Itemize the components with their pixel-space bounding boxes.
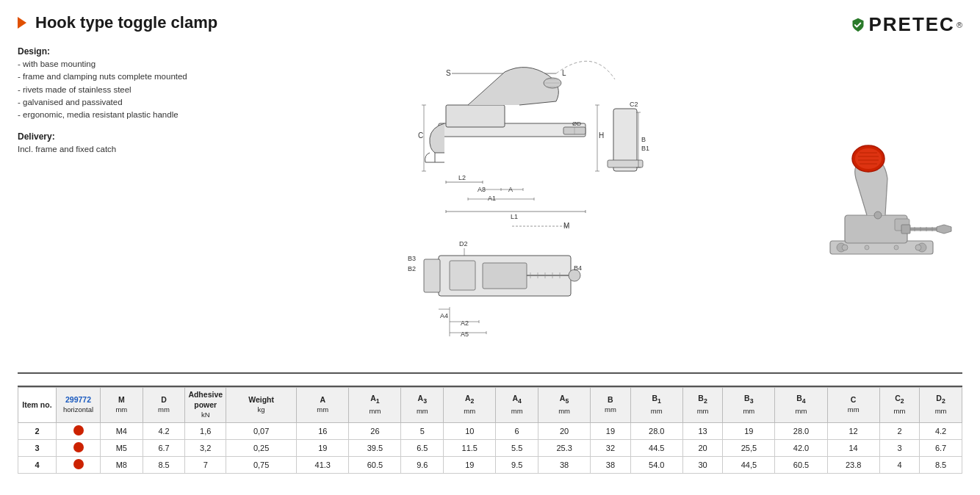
triangle-icon [18,17,26,29]
table-cell: 0,75 [226,456,297,473]
drawing-bottom-view: M D2 B3 [380,215,659,362]
availability-dot [73,442,84,452]
col-header-c: Cmm [827,388,879,423]
svg-text:B3: B3 [408,255,416,262]
table-cell: 60.5 [775,456,827,473]
svg-point-97 [865,245,869,250]
table-cell: 2 [879,422,919,439]
table-cell: 32 [591,439,630,456]
table-cell: 19 [591,422,630,439]
svg-rect-52 [483,263,527,289]
col-header-b3: B3mm [723,388,775,423]
delivery-label: Delivery: [18,131,223,142]
table-header: Item no. 299772 horizontal Mmm Dmm Adhes… [18,388,962,423]
col-header-adhesive: AdhesivepowerkN [185,388,226,423]
table-cell: M5 [101,439,143,456]
svg-text:B1: B1 [641,145,649,152]
pretec-logo-icon [851,18,865,32]
table-cell: 13 [682,422,722,439]
svg-text:C2: C2 [630,101,638,108]
table-cell: 6.5 [401,439,444,456]
table-row: 3M56.73,20,251939.56.511.55.525.33244.52… [18,439,962,456]
table-cell: 19 [444,456,496,473]
svg-point-96 [842,245,848,250]
table-cell: 4 [18,456,57,473]
table-cell: 4.2 [143,422,185,439]
col-header-a4: A4mm [496,388,538,423]
table-cell: 19 [297,439,349,456]
col-header-c2: C2mm [879,388,919,423]
table-cell [57,456,101,473]
table-cell: M8 [101,456,143,473]
design-item-2: frame and clamping nuts complete mounted [18,71,223,83]
table-cell: 19 [723,422,775,439]
svg-point-88 [855,148,882,169]
col-header-a2: A2mm [444,388,496,423]
table-cell: 20 [682,439,722,456]
svg-text:ØD: ØD [572,120,581,127]
svg-rect-4 [446,105,505,127]
drawing-top-view: S L [365,39,674,230]
svg-text:S: S [446,69,451,77]
col-header-a3: A3mm [401,388,444,423]
table-cell: 28.0 [775,422,827,439]
svg-text:B4: B4 [574,264,582,272]
table-cell: 6.7 [920,439,962,456]
table-cell: 28.0 [630,422,682,439]
col-header-a5: A5mm [538,388,591,423]
table-cell: 42.0 [775,439,827,456]
availability-dot [73,459,84,469]
design-item-1: with base mounting [18,58,223,71]
table-cell: 11.5 [444,439,496,456]
col-header-a1: A1mm [349,388,401,423]
col-header-299772: 299772 horizontal [57,388,101,423]
logo-area: PRETEC® [851,13,962,36]
svg-rect-51 [450,261,475,290]
svg-text:A2: A2 [461,319,469,327]
table-cell: 44.5 [630,439,682,456]
table-cell: 60.5 [349,456,401,473]
svg-text:B2: B2 [408,265,416,272]
table-cell: 12 [827,422,879,439]
table-cell: 0,07 [226,422,297,439]
design-item-5: ergonomic, media resistant plastic handl… [18,109,223,121]
table-cell: 10 [444,422,496,439]
table-cell: 5.5 [496,439,538,456]
svg-rect-60 [424,259,440,292]
table-cell: 41.3 [297,456,349,473]
svg-text:A5: A5 [461,330,469,338]
table-cell: 38 [591,456,630,473]
svg-marker-86 [937,225,951,234]
table-cell: 1,6 [185,422,226,439]
drawings-area: S L [238,46,801,362]
specs-table: Item no. 299772 horizontal Mmm Dmm Adhes… [18,387,962,474]
table-cell: 3 [18,439,57,456]
table-cell: 39.5 [349,439,401,456]
table-cell: 25.3 [538,439,591,456]
table-cell: 23.8 [827,456,879,473]
page: Hook type toggle clamp PRETEC® Design: w… [0,0,980,495]
design-label: Design: [18,46,223,57]
table-body: 2M44.21,60,0716265106201928.0131928.0122… [18,422,962,473]
svg-text:A1: A1 [488,195,496,202]
svg-text:M: M [563,222,569,230]
svg-text:B: B [641,136,646,143]
table-cell: 6.7 [143,439,185,456]
col-header-m: Mmm [101,388,143,423]
table-cell: 0,25 [226,439,297,456]
logo-text: PRETEC [868,13,954,36]
table-cell: 2 [18,422,57,439]
logo-registered: ® [956,21,962,29]
svg-rect-41 [608,160,643,167]
svg-text:C: C [418,131,423,140]
table-cell: 25,5 [723,439,775,456]
design-item-3: rivets made of stainless steel [18,84,223,96]
svg-point-98 [894,245,898,250]
col-header-a: Amm [297,388,349,423]
col-header-b1: B1mm [630,388,682,423]
table-cell: 38 [538,456,591,473]
table-cell: 9.6 [401,456,444,473]
table-row: 2M44.21,60,0716265106201928.0131928.0122… [18,422,962,439]
table-cell: 4 [879,456,919,473]
col-header-d2: D2mm [920,388,962,423]
